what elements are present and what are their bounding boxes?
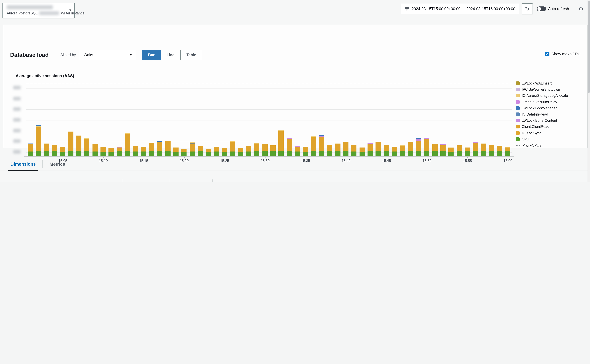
chart-bar [351,145,357,156]
view-bar-button[interactable]: Bar [142,50,161,60]
legend-label: Client:ClientRead [522,125,549,129]
auto-refresh-control: Auto refresh [537,6,569,11]
chart-bar [335,143,340,156]
role-label: Writer instance [61,11,84,15]
subtab-top-applications[interactable]: Top applications [175,177,207,182]
subtab-top-users[interactable]: Top users [97,177,117,182]
chart-bar [246,146,251,156]
legend-item[interactable]: Max vCPUs [516,142,568,149]
settings-gear-icon[interactable]: ⚙ [579,6,584,12]
chart-bar [198,146,203,156]
time-range-value: 2024-03-15T15:00:00+00:00 — 2024-03-15T1… [412,7,515,11]
chart-bar [432,144,437,156]
sliced-by-select[interactable]: Waits ▼ [80,50,136,60]
subtab-top-session-types[interactable]: Top session types [128,177,164,182]
legend-item[interactable]: CPU [516,136,568,142]
chart-title: Average active sessions (AAS) [16,73,74,78]
chart-bar [295,146,300,156]
chart-bar [214,147,219,156]
chart-bar [125,133,130,156]
chart-bar [84,138,90,156]
legend-item[interactable]: IO:XactSync [516,130,568,136]
chart-bar [279,130,284,156]
engine-label: Aurora PostgreSQL [7,11,38,15]
chart-bar [359,148,365,156]
chart-bar [206,149,211,156]
chart-bar [424,138,429,156]
legend-item[interactable]: LWLock:BufferContent [516,117,568,124]
auto-refresh-toggle[interactable] [537,6,546,11]
legend-swatch-icon [516,100,520,104]
legend-swatch-icon [516,131,520,135]
aas-chart-plot [26,83,512,156]
legend-item[interactable]: IO:DataFileRead [516,111,568,117]
instance-name-redacted [7,5,53,9]
legend-item[interactable]: LWLock:LockManager [516,105,568,111]
legend-swatch-icon [516,81,520,85]
legend-swatch-icon [516,125,520,129]
legend-item[interactable]: Timeout:VacuumDelay [516,99,568,105]
chart-bar [440,144,446,156]
view-table-button[interactable]: Table [180,50,202,60]
chart-bar [481,143,486,156]
view-line-button[interactable]: Line [160,50,181,60]
main-tabs: DimensionsMetrics [0,157,590,171]
show-max-vcpu-label: Show max vCPU [551,52,580,56]
legend-label: IPC:BgWorkerShutdown [522,88,560,91]
chart-bar [254,143,259,156]
legend-label: LWLock:LockManager [522,106,557,110]
chart-bar [44,143,49,156]
chart-bar [100,147,106,156]
chart-bar [189,142,195,156]
page-scrollbar[interactable] [588,0,590,182]
legend-label: CPU [522,137,529,141]
legend-item[interactable]: IO:AuroraStorageLogAllocate [516,93,568,99]
chart-legend: LWLock:WALInsertIPC:BgWorkerShutdownIO:A… [516,80,568,149]
chart-bar [489,145,494,156]
subtab-top-waits[interactable]: Top waits [8,177,27,182]
chart-bar [456,145,462,156]
chart-bar [327,145,332,156]
legend-swatch-icon [516,119,520,122]
legend-swatch-icon [516,145,520,146]
legend-swatch-icon [516,88,520,91]
subtab-top-hosts[interactable]: Top hosts [66,177,86,182]
time-range-picker[interactable]: 2024-03-15T15:00:00+00:00 — 2024-03-15T1… [401,4,519,14]
chart-bar [262,144,267,156]
chart-bar [286,138,292,156]
chart-bar [384,145,389,156]
checkbox-checked-icon[interactable]: ✓ [545,52,549,56]
dimension-tabs: Top waitsTop SQLTop hostsTop usersTop se… [0,177,590,182]
legend-label: Timeout:VacuumDelay [522,100,557,104]
chart-bar [376,142,381,156]
instance-selector[interactable]: Aurora PostgreSQL Writer instance ▼ [2,3,75,19]
legend-label: LWLock:WALInsert [522,81,551,85]
chart-bar [117,147,122,156]
show-max-vcpu-control[interactable]: ✓ Show max vCPU [545,52,580,56]
chart-bar [52,145,57,156]
chart-bar [230,141,235,156]
subtab-top-databases[interactable]: Top databases [218,177,247,182]
tab-metrics[interactable]: Metrics [47,157,68,170]
legend-label: IO:AuroraStorageLogAllocate [522,94,568,98]
divider [574,5,574,13]
chevron-down-icon: ▼ [130,53,132,56]
refresh-button[interactable]: ↻ [522,3,533,14]
chart-bar [173,147,179,156]
legend-item[interactable]: LWLock:WALInsert [516,80,568,86]
chart-bar [238,148,243,156]
chart-bar [473,142,478,156]
subtab-top-sql[interactable]: Top SQL [38,177,56,182]
legend-label: LWLock:BufferContent [522,119,557,122]
chart-bar [157,141,162,156]
sliced-by-label: Sliced by [60,53,76,57]
database-load-card: Database load Sliced by Waits ▼ BarLineT… [3,25,588,148]
chart-bar [368,143,373,156]
chart-bar [165,141,170,156]
tab-dimensions[interactable]: Dimensions [8,157,38,170]
legend-item[interactable]: IPC:BgWorkerShutdown [516,86,568,92]
chevron-down-icon: ▼ [69,9,71,12]
legend-item[interactable]: Client:ClientRead [516,124,568,130]
chart-bar [311,136,316,156]
legend-label: IO:DataFileRead [522,112,548,116]
